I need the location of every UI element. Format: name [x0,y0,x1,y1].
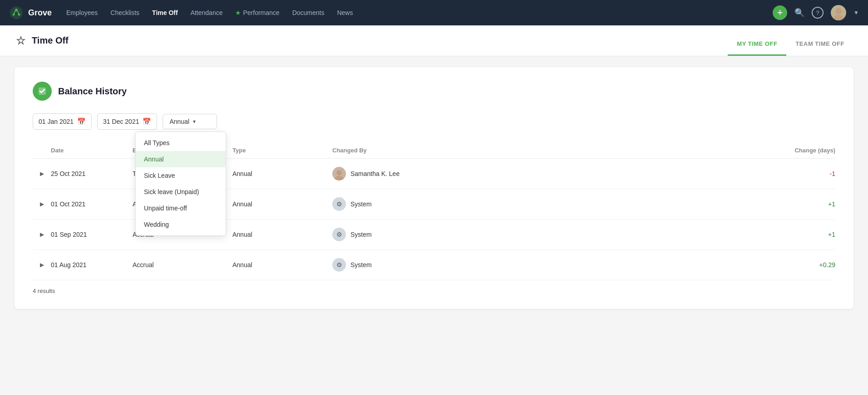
table-row: ▶ 01 Aug 2021 Accrual Annual ⚙ System +0… [33,250,835,280]
nav-time-off[interactable]: Time Off [152,9,178,16]
dropdown-option-sick-leave[interactable]: Sick Leave [136,167,226,184]
page-title-area: Time Off [15,34,728,47]
logo[interactable]: Grove [9,5,52,20]
search-icon: 🔍 [794,8,804,18]
date-cell: 01 Sep 2021 [51,231,133,238]
user-avatar[interactable] [831,5,846,20]
changed-by-cell: ⚙ System [332,228,754,241]
change-days-cell: -1 [754,170,835,177]
col-header-type: Type [232,147,332,154]
balance-history-title: Balance History [58,86,127,97]
calendar-icon-start: 📅 [77,117,86,126]
svg-point-4 [835,8,842,15]
start-date-value: 01 Jan 2021 [39,118,74,125]
chevron-down-icon: ▾ [193,118,196,125]
svg-point-5 [833,15,843,20]
expand-button[interactable]: ▶ [33,199,51,209]
type-cell: Annual [232,200,332,208]
col-header-expand [33,147,51,154]
logo-text: Grove [28,8,52,18]
svg-point-3 [18,14,20,16]
col-header-date: Date [51,147,133,154]
dropdown-option-wedding[interactable]: Wedding [136,216,226,233]
change-days-cell: +0.29 [754,261,835,268]
search-button[interactable]: 🔍 [794,8,804,18]
system-avatar: ⚙ [332,258,346,272]
change-days-cell: +1 [754,231,835,238]
changed-by-name: System [350,231,372,238]
navbar: Grove Employees Checklists Time Off Atte… [0,0,868,25]
user-menu-chevron[interactable]: ▼ [853,10,859,16]
add-button[interactable]: + [773,5,787,20]
col-header-changed-by: Changed By [332,147,754,154]
type-dropdown-menu: All Types Annual Sick Leave Sick leave (… [135,132,226,236]
svg-point-1 [15,9,18,11]
changed-by-cell: ⚙ System [332,197,754,211]
start-date-picker[interactable]: 01 Jan 2021 📅 [33,113,92,130]
dropdown-option-all-types[interactable]: All Types [136,135,226,151]
svg-point-7 [336,170,342,176]
system-avatar: ⚙ [332,197,346,211]
system-avatar: ⚙ [332,228,346,241]
dropdown-option-unpaid-time-off[interactable]: Unpaid time-off [136,200,226,216]
help-button[interactable]: ? [812,7,824,19]
changed-by-name: System [350,261,372,268]
nav-news[interactable]: News [337,9,353,16]
avatar [332,167,346,180]
help-icon: ? [812,7,824,19]
change-days-cell: +1 [754,200,835,208]
nav-checklists[interactable]: Checklists [110,9,139,16]
main-content: Balance History 01 Jan 2021 📅 31 Dec 202… [0,56,868,320]
nav-documents[interactable]: Documents [292,9,325,16]
date-cell: 01 Aug 2021 [51,261,133,268]
expand-button[interactable]: ▶ [33,260,51,270]
svg-point-2 [13,14,15,16]
calendar-icon-end: 📅 [143,117,151,126]
event-cell: Accrual [133,261,232,268]
nav-links: Employees Checklists Time Off Attendance… [66,9,758,16]
type-cell: Annual [232,231,332,238]
nav-attendance[interactable]: Attendance [191,9,223,16]
date-cell: 01 Oct 2021 [51,200,133,208]
type-dropdown[interactable]: Annual ▾ [163,114,217,129]
dropdown-option-annual[interactable]: Annual [136,151,226,167]
changed-by-name: Samantha K. Lee [350,170,399,177]
col-header-change-days: Change (days) [754,147,835,154]
tabs: MY TIME OFF TEAM TIME OFF [728,25,853,56]
tab-team-time-off[interactable]: TEAM TIME OFF [786,40,853,56]
balance-history-card: Balance History 01 Jan 2021 📅 31 Dec 202… [15,67,853,309]
page-icon [15,34,27,47]
balance-icon [33,82,52,101]
type-cell: Annual [232,170,332,177]
page-title: Time Off [32,35,69,46]
expand-button[interactable]: ▶ [33,169,51,179]
changed-by-cell: ⚙ System [332,258,754,272]
star-icon: ★ [235,9,241,16]
changed-by-name: System [350,200,372,208]
end-date-picker[interactable]: 31 Dec 2021 📅 [97,113,157,130]
sub-header: Time Off MY TIME OFF TEAM TIME OFF [0,25,868,56]
nav-employees[interactable]: Employees [66,9,98,16]
filters: 01 Jan 2021 📅 31 Dec 2021 📅 Annual ▾ All… [33,113,835,130]
tab-my-time-off[interactable]: MY TIME OFF [728,40,786,56]
dropdown-option-sick-leave-unpaid[interactable]: Sick leave (Unpaid) [136,184,226,200]
svg-point-8 [335,176,344,180]
type-cell: Annual [232,261,332,268]
svg-point-0 [10,6,23,19]
date-cell: 25 Oct 2021 [51,170,133,177]
nav-performance[interactable]: ★ Performance [235,9,279,16]
results-count: 4 results [33,280,835,294]
type-dropdown-value: Annual [169,118,189,125]
end-date-value: 31 Dec 2021 [103,118,139,125]
changed-by-cell: Samantha K. Lee [332,167,754,180]
balance-history-header: Balance History [33,82,835,101]
expand-button[interactable]: ▶ [33,229,51,239]
nav-right: + 🔍 ? ▼ [773,5,859,20]
